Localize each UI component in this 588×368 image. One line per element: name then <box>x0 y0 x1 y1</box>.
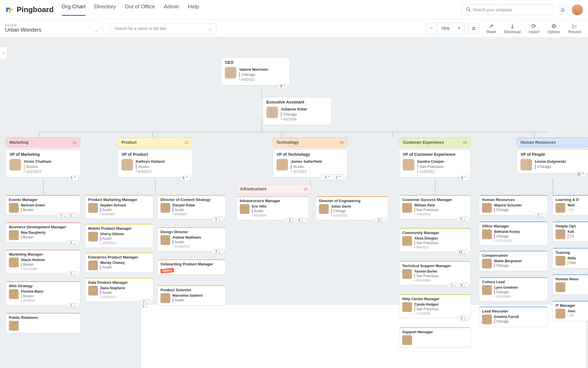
avatar <box>319 204 329 214</box>
report-count-badge[interactable]: 3 ⌄ <box>67 240 79 245</box>
report-count-badge[interactable]: 5 ⌃ <box>69 175 78 181</box>
vp-card[interactable]: VP of Marketing Victor Chatham Boston • … <box>6 150 80 177</box>
zoom-in-button[interactable]: + <box>454 23 465 34</box>
person-name: Bertram Green <box>21 203 45 208</box>
person-date: • 12/2/2013 <box>24 169 51 174</box>
share-button[interactable]: ↗Share <box>486 23 496 34</box>
person-card[interactable]: Training Nelly Ren <box>552 248 588 268</box>
report-count-badge[interactable]: 3 ⌄ <box>457 316 469 321</box>
person-card[interactable]: Office Manager Bethanie Kozey Chicago • … <box>479 221 548 246</box>
report-count-badge[interactable]: 10 ⌄ <box>455 250 469 255</box>
department-header[interactable]: Technology 38 <box>273 137 347 147</box>
person-card[interactable]: Human Reso <box>552 274 588 295</box>
person-card[interactable]: Events Manager Bertram Green Boston 1 ⌄ … <box>6 195 80 215</box>
report-count-badge[interactable]: 3 ⌃2 ⌃ <box>321 174 345 181</box>
nav-help[interactable]: Help <box>188 3 199 16</box>
person-card[interactable]: Mobile Product Manager Sherry Gibson Aus… <box>85 224 153 248</box>
person-card[interactable]: Product Scientist Marcelino Sanford Aust… <box>157 285 226 306</box>
vp-card[interactable]: VP of Customer Experience Sandra Cooper … <box>399 150 471 177</box>
avatar <box>556 256 565 266</box>
collapse-all-button[interactable] <box>468 23 479 34</box>
report-count-badge[interactable]: 8 ⌃ <box>278 83 288 89</box>
department-header[interactable]: Marketing 16 <box>6 137 80 147</box>
person-card[interactable]: IT Manager Joac • 3/6 <box>552 301 588 321</box>
person-card[interactable]: Web Strategy Florene Mann Boston • 2/7/2… <box>6 281 80 305</box>
person-card[interactable]: Design Director Aubree Matthews Austin •… <box>157 227 226 251</box>
person-card[interactable]: Product Marketing Manager Hayden Schoen … <box>85 195 153 219</box>
report-count-badge[interactable]: 1 ⌄ 1 ⌄ <box>57 213 79 218</box>
card-title: Human Resources <box>479 196 548 202</box>
report-count-badge[interactable]: 8 ⌄ <box>457 217 469 222</box>
person-card[interactable]: Culture Lead Lynn Goodwin Chicago • 12/9… <box>479 277 548 301</box>
person-card[interactable]: Director of Engineering Julian Davis Chi… <box>316 196 388 220</box>
report-count-badge[interactable]: 2 ⌄ <box>140 300 152 304</box>
vp-card[interactable]: VP of Technology James Satterfield Austi… <box>273 150 347 177</box>
report-count-badge[interactable]: 5 ⌄ <box>212 217 224 222</box>
person-card[interactable]: Customer Success Manager William Reid Sa… <box>399 195 471 219</box>
filter-dropdown[interactable]: FILTER Urban Wonders ⌄ <box>0 22 103 35</box>
download-button[interactable]: ⤓Download <box>504 23 521 34</box>
zoom-out-button[interactable]: − <box>426 23 437 34</box>
person-card[interactable]: Compensation Mallie Bergnaum Chicago <box>479 251 548 271</box>
nav-org-chart[interactable]: Org Chart <box>62 3 86 16</box>
search-company[interactable]: Search your company <box>462 4 554 15</box>
ea-card[interactable]: Executive Assistant Julianne Slater Chic… <box>263 97 332 125</box>
department-header[interactable]: Customer Experience 88 <box>399 137 471 147</box>
report-count-badge[interactable]: 2 ⌄ <box>67 271 79 276</box>
person-card[interactable]: Support Manager <box>399 327 471 348</box>
options-button[interactable]: ⚙Options <box>547 23 560 34</box>
card-title: Onboarding Product Manager <box>158 260 225 267</box>
person-card[interactable]: Lead Recruiter Emeline Farrell Chicago <box>479 306 548 327</box>
vp-card[interactable]: VP of Product Kathryn Holland Austin • 6… <box>118 150 192 177</box>
user-avatar[interactable] <box>572 4 583 15</box>
card-title: Design Director <box>158 228 225 235</box>
vp-card[interactable]: VP of People Leona Gulgowski Chicago 10 … <box>517 150 588 174</box>
ceo-card[interactable]: CEO Valerie Morrison Chicago • 9/4/2012 … <box>221 57 290 85</box>
department-header[interactable]: Infrastructure 19 <box>237 184 311 194</box>
person-card[interactable]: Business Development Manager Noe Daugher… <box>6 222 80 243</box>
notifications-button[interactable] <box>558 5 568 15</box>
report-count-badge[interactable]: 3 ⌄ <box>212 249 224 254</box>
person-card[interactable]: Enterprise Product Manager Wendy Cheney … <box>85 252 153 273</box>
person-name: Leona Gulgowski <box>535 159 566 164</box>
person-card[interactable]: Public Relations <box>6 313 80 333</box>
avatar <box>9 321 19 331</box>
nav-admin[interactable]: Admin <box>164 3 179 16</box>
report-count-badge[interactable]: 2 ⌄ <box>67 303 79 308</box>
report-count-badge[interactable]: 2 ⌄ 8 ⌄ <box>286 218 307 223</box>
report-count-badge[interactable]: 1 ⌄ <box>534 213 546 218</box>
avatar <box>88 286 98 296</box>
report-count-badge[interactable]: 1 ⌄ 3 ⌄ <box>448 283 469 288</box>
nav-out-of-office[interactable]: Out of Office <box>125 3 155 16</box>
person-card[interactable]: Director of Content Strategy Danyell Row… <box>157 195 226 219</box>
present-button[interactable]: ▷Present <box>568 23 581 34</box>
department-header[interactable]: Human Resources <box>517 137 588 147</box>
report-count-badge[interactable]: 3 ⌄ <box>374 218 386 223</box>
report-count-badge[interactable]: 5 ⌃ <box>459 175 469 181</box>
person-name: James Satterfield <box>291 159 322 164</box>
person-card[interactable]: Marketing Manager Stacia Hudson Boston •… <box>6 250 80 274</box>
search-name-input[interactable]: Search for a name or job title ⌄ <box>110 23 216 34</box>
department-header[interactable]: Product 22 <box>118 137 192 147</box>
import-button[interactable]: ⟳Import <box>529 23 539 34</box>
expand-sidebar-button[interactable]: › <box>0 47 7 59</box>
org-chart-canvas[interactable]: › CEO Valerie Morrison Chicago • 9/4/201… <box>0 37 588 368</box>
person-card[interactable]: Technical Support Manager Yasmin Burke S… <box>399 261 471 285</box>
person-card[interactable]: Help Center Manager Cynda Hodges San Fra… <box>399 294 471 318</box>
person-card[interactable]: Learning & D Matt • 11/ <box>552 195 588 215</box>
nav-directory[interactable]: Directory <box>94 3 116 16</box>
person-date: • 11/11/2016 <box>494 239 520 243</box>
person-name: Mallie Bergnaum <box>494 259 522 263</box>
person-location: Chicago <box>239 72 268 77</box>
person-card[interactable]: Onboarding Product Manager HIRING <box>157 259 226 275</box>
person-location: Boston <box>21 294 43 298</box>
person-card[interactable]: Community Manager Alexa Douglas San Fran… <box>399 228 471 252</box>
person-card[interactable]: Human Resources Majorie Schuster Chicago… <box>479 195 548 215</box>
person-card[interactable]: People Ops Kati Ch <box>552 221 588 242</box>
person-card[interactable]: Data Product Manager Dana Stephens Austi… <box>85 278 153 302</box>
report-count-badge[interactable]: 8 ⌃ <box>181 175 190 181</box>
card-title: Public Relations <box>6 314 80 320</box>
person-name: Emeline Farrell <box>494 315 519 319</box>
report-count-badge[interactable]: 10 ⌃ <box>575 172 587 177</box>
person-card[interactable]: Infrastructure Manager Eric Hills Austin… <box>237 196 309 220</box>
